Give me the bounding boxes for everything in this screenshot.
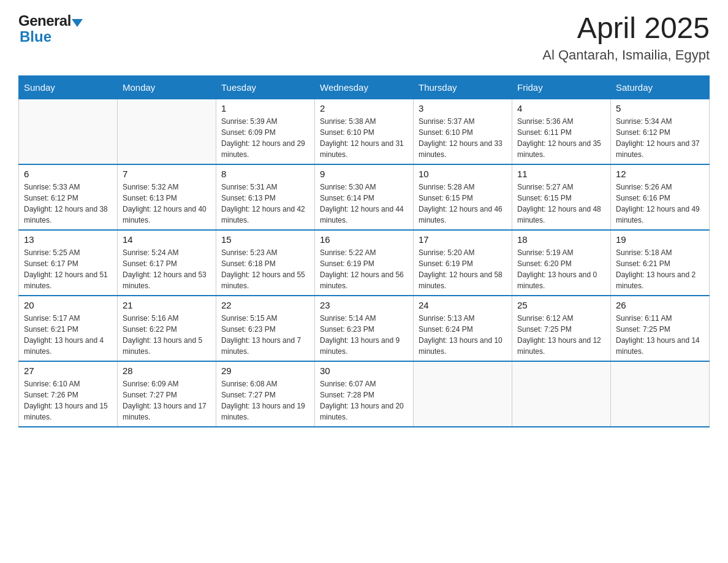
day-number: 2 xyxy=(320,103,408,113)
sunset-text: Sunset: 6:13 PM xyxy=(221,194,276,202)
table-row: 5Sunrise: 5:34 AMSunset: 6:12 PMDaylight… xyxy=(611,99,710,164)
day-info: Sunrise: 6:11 AMSunset: 7:25 PMDaylight:… xyxy=(616,313,704,357)
sunset-text: Sunset: 6:10 PM xyxy=(419,128,473,137)
table-row: 7Sunrise: 5:32 AMSunset: 6:13 PMDaylight… xyxy=(118,164,216,230)
day-info: Sunrise: 5:32 AMSunset: 6:13 PMDaylight:… xyxy=(123,182,211,226)
day-number: 14 xyxy=(123,234,211,245)
sunrise-text: Sunrise: 5:19 AM xyxy=(517,248,573,257)
sunrise-text: Sunrise: 5:30 AM xyxy=(320,183,376,191)
day-number: 16 xyxy=(320,234,408,245)
table-row: 17Sunrise: 5:20 AMSunset: 6:19 PMDayligh… xyxy=(414,230,512,296)
header-thursday: Thursday xyxy=(414,75,512,99)
page-title: April 2025 xyxy=(542,12,710,45)
daylight-text: Daylight: 12 hours and 29 minutes. xyxy=(221,139,305,159)
sunset-text: Sunset: 6:18 PM xyxy=(221,259,276,268)
sunrise-text: Sunrise: 5:18 AM xyxy=(616,248,672,257)
table-row: 19Sunrise: 5:18 AMSunset: 6:21 PMDayligh… xyxy=(611,230,710,296)
day-info: Sunrise: 5:13 AMSunset: 6:24 PMDaylight:… xyxy=(419,313,507,357)
daylight-text: Daylight: 12 hours and 33 minutes. xyxy=(419,139,502,159)
day-info: Sunrise: 6:12 AMSunset: 7:25 PMDaylight:… xyxy=(517,313,605,357)
calendar-week-row: 20Sunrise: 5:17 AMSunset: 6:21 PMDayligh… xyxy=(19,296,710,361)
sunset-text: Sunset: 6:20 PM xyxy=(517,259,572,268)
sunrise-text: Sunrise: 5:17 AM xyxy=(24,314,80,323)
day-info: Sunrise: 5:22 AMSunset: 6:19 PMDaylight:… xyxy=(320,247,408,291)
daylight-text: Daylight: 12 hours and 51 minutes. xyxy=(24,270,108,290)
sunrise-text: Sunrise: 5:37 AM xyxy=(419,117,474,126)
daylight-text: Daylight: 12 hours and 44 minutes. xyxy=(320,205,404,224)
day-number: 12 xyxy=(616,169,704,179)
daylight-text: Daylight: 12 hours and 58 minutes. xyxy=(419,270,502,290)
table-row: 8Sunrise: 5:31 AMSunset: 6:13 PMDaylight… xyxy=(216,164,315,230)
sunset-text: Sunset: 6:19 PM xyxy=(320,259,374,268)
daylight-text: Daylight: 12 hours and 38 minutes. xyxy=(24,205,108,224)
sunrise-text: Sunrise: 5:27 AM xyxy=(517,183,573,191)
table-row: 3Sunrise: 5:37 AMSunset: 6:10 PMDaylight… xyxy=(414,99,512,164)
daylight-text: Daylight: 13 hours and 9 minutes. xyxy=(320,336,400,356)
sunset-text: Sunset: 7:25 PM xyxy=(616,325,670,334)
sunrise-text: Sunrise: 5:32 AM xyxy=(123,183,178,191)
day-number: 23 xyxy=(320,300,408,310)
daylight-text: Daylight: 12 hours and 37 minutes. xyxy=(616,139,700,159)
day-info: Sunrise: 5:37 AMSunset: 6:10 PMDaylight:… xyxy=(419,116,507,160)
sunrise-text: Sunrise: 6:10 AM xyxy=(24,380,80,388)
daylight-text: Daylight: 13 hours and 12 minutes. xyxy=(517,336,601,356)
sunrise-text: Sunrise: 5:36 AM xyxy=(517,117,573,126)
sunrise-text: Sunrise: 5:31 AM xyxy=(221,183,277,191)
header-monday: Monday xyxy=(118,75,216,99)
sunrise-text: Sunrise: 5:28 AM xyxy=(419,183,474,191)
sunset-text: Sunset: 6:10 PM xyxy=(320,128,374,137)
daylight-text: Daylight: 12 hours and 49 minutes. xyxy=(616,205,700,224)
header-sunday: Sunday xyxy=(19,75,118,99)
daylight-text: Daylight: 13 hours and 17 minutes. xyxy=(123,402,207,421)
header-saturday: Saturday xyxy=(611,75,710,99)
logo-triangle-icon xyxy=(71,18,83,26)
logo: General Blue xyxy=(18,12,83,45)
table-row xyxy=(611,361,710,427)
table-row: 21Sunrise: 5:16 AMSunset: 6:22 PMDayligh… xyxy=(118,296,216,361)
day-number: 4 xyxy=(517,103,605,113)
day-info: Sunrise: 5:38 AMSunset: 6:10 PMDaylight:… xyxy=(320,116,408,160)
day-number: 11 xyxy=(517,169,605,179)
daylight-text: Daylight: 13 hours and 2 minutes. xyxy=(616,270,696,290)
day-info: Sunrise: 5:20 AMSunset: 6:19 PMDaylight:… xyxy=(419,247,507,291)
daylight-text: Daylight: 12 hours and 46 minutes. xyxy=(419,205,502,224)
table-row: 15Sunrise: 5:23 AMSunset: 6:18 PMDayligh… xyxy=(216,230,315,296)
sunrise-text: Sunrise: 5:33 AM xyxy=(24,183,80,191)
sunset-text: Sunset: 6:11 PM xyxy=(517,128,572,137)
table-row xyxy=(118,99,216,164)
day-info: Sunrise: 5:16 AMSunset: 6:22 PMDaylight:… xyxy=(123,313,211,357)
day-number: 20 xyxy=(24,300,112,310)
table-row: 9Sunrise: 5:30 AMSunset: 6:14 PMDaylight… xyxy=(315,164,414,230)
logo-general-text: General xyxy=(18,12,71,29)
header-wednesday: Wednesday xyxy=(315,75,414,99)
sunset-text: Sunset: 6:16 PM xyxy=(616,194,670,202)
table-row: 30Sunrise: 6:07 AMSunset: 7:28 PMDayligh… xyxy=(315,361,414,427)
table-row: 27Sunrise: 6:10 AMSunset: 7:26 PMDayligh… xyxy=(19,361,118,427)
sunset-text: Sunset: 6:21 PM xyxy=(616,259,670,268)
header-friday: Friday xyxy=(512,75,611,99)
sunrise-text: Sunrise: 5:22 AM xyxy=(320,248,376,257)
table-row: 22Sunrise: 5:15 AMSunset: 6:23 PMDayligh… xyxy=(216,296,315,361)
daylight-text: Daylight: 13 hours and 19 minutes. xyxy=(221,402,305,421)
day-number: 5 xyxy=(616,103,704,113)
table-row: 28Sunrise: 6:09 AMSunset: 7:27 PMDayligh… xyxy=(118,361,216,427)
day-number: 1 xyxy=(221,103,309,113)
table-row: 11Sunrise: 5:27 AMSunset: 6:15 PMDayligh… xyxy=(512,164,611,230)
day-number: 7 xyxy=(123,169,211,179)
sunrise-text: Sunrise: 5:20 AM xyxy=(419,248,474,257)
day-info: Sunrise: 5:28 AMSunset: 6:15 PMDaylight:… xyxy=(419,182,507,226)
sunrise-text: Sunrise: 6:12 AM xyxy=(517,314,573,323)
daylight-text: Daylight: 12 hours and 55 minutes. xyxy=(221,270,305,290)
table-row xyxy=(512,361,611,427)
day-info: Sunrise: 5:34 AMSunset: 6:12 PMDaylight:… xyxy=(616,116,704,160)
sunrise-text: Sunrise: 5:26 AM xyxy=(616,183,672,191)
calendar-week-row: 27Sunrise: 6:10 AMSunset: 7:26 PMDayligh… xyxy=(19,361,710,427)
sunset-text: Sunset: 6:12 PM xyxy=(616,128,670,137)
day-info: Sunrise: 5:36 AMSunset: 6:11 PMDaylight:… xyxy=(517,116,605,160)
day-number: 13 xyxy=(24,234,112,245)
day-info: Sunrise: 5:39 AMSunset: 6:09 PMDaylight:… xyxy=(221,116,309,160)
daylight-text: Daylight: 12 hours and 53 minutes. xyxy=(123,270,207,290)
sunset-text: Sunset: 6:09 PM xyxy=(221,128,276,137)
page-header: General Blue April 2025 Al Qantarah, Ism… xyxy=(18,12,710,63)
table-row: 4Sunrise: 5:36 AMSunset: 6:11 PMDaylight… xyxy=(512,99,611,164)
